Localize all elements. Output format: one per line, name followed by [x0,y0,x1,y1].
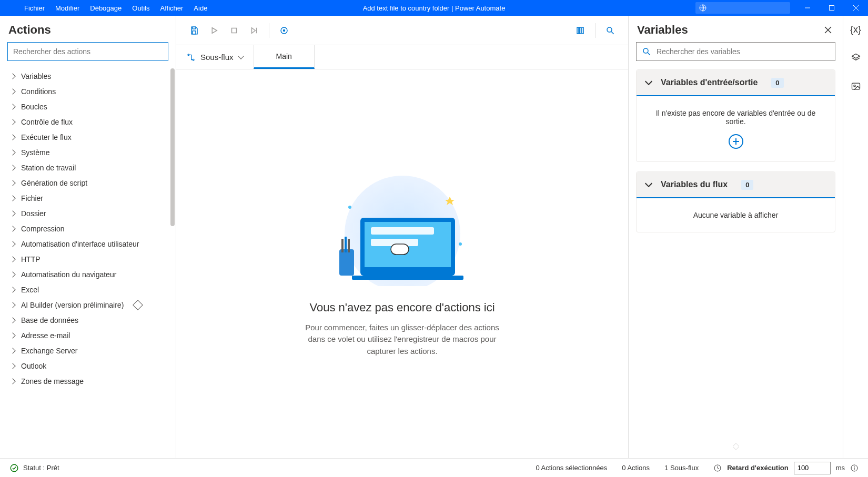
status-subflows: 1 Sous-flux [664,464,699,472]
action-category-label: Variables [21,72,51,80]
menu-help[interactable]: Aide [189,2,211,14]
svg-line-36 [648,53,650,55]
actions-list[interactable]: VariablesConditionsBouclesContrôle de fl… [0,66,176,458]
account-area[interactable] [695,2,790,14]
images-rail-button[interactable] [847,78,864,95]
svg-point-12 [283,29,286,32]
flow-canvas[interactable]: Vous n'avez pas encore d'actions ici Pou… [176,69,628,458]
ui-elements-rail-button[interactable] [847,49,864,66]
svg-rect-2 [830,6,834,11]
svg-point-42 [853,85,855,87]
search-actions-field[interactable] [13,47,163,56]
svg-marker-40 [852,54,860,58]
resize-handle-icon[interactable] [732,442,740,453]
svg-rect-5 [193,27,196,29]
search-variables-field[interactable] [657,47,830,56]
next-step-button[interactable] [245,21,264,40]
svg-point-16 [607,27,612,32]
svg-point-31 [459,242,462,246]
subflows-dropdown[interactable]: Sous-flux [176,45,254,69]
delay-input[interactable] [794,462,831,474]
menu-file[interactable]: Fichier [20,2,49,14]
chevron-right-icon [9,363,15,369]
io-variables-empty-text: Il n'existe pas encore de variables d'en… [646,109,825,126]
menu-view[interactable]: Afficher [156,2,188,14]
action-category[interactable]: Conditions [0,84,176,99]
svg-rect-26 [339,249,354,276]
designer-area: Sous-flux Main [176,16,628,458]
action-category[interactable]: Système [0,145,176,160]
svg-point-43 [11,464,18,472]
action-category-label: Système [21,148,49,157]
action-category[interactable]: Génération de script [0,175,176,190]
recorder-button[interactable] [275,21,294,40]
search-variables-input[interactable] [636,42,835,61]
save-button[interactable] [185,21,204,40]
action-category[interactable]: Variables [0,68,176,84]
ui-elements-button[interactable] [571,21,590,40]
search-flow-button[interactable] [601,21,620,40]
scrollbar[interactable] [170,68,175,226]
action-category[interactable]: Compression [0,221,176,236]
status-selected: 0 Actions sélectionnées [536,464,607,472]
action-category[interactable]: Automatisation d'interface utilisateur [0,236,176,251]
chevron-right-icon [9,241,15,247]
minimize-button[interactable] [795,0,820,16]
menu-edit[interactable]: Modifier [51,2,84,14]
svg-point-47 [854,466,855,466]
action-category[interactable]: Boucles [0,99,176,114]
close-variables-button[interactable] [822,24,834,36]
action-category[interactable]: HTTP [0,251,176,267]
action-category[interactable]: Station de travail [0,160,176,175]
chevron-right-icon [9,287,15,292]
svg-rect-29 [348,239,350,252]
action-category[interactable]: Excel [0,282,176,297]
action-category[interactable]: Adresse e-mail [0,328,176,343]
delay-label: Retard d'exécution [727,464,789,472]
statusbar: Statut : Prêt 0 Actions sélectionnées 0 … [0,458,868,477]
search-actions-input[interactable] [7,42,168,61]
io-variables-header[interactable]: Variables d'entrée/sortie 0 [637,70,835,96]
menu-tools[interactable]: Outils [128,2,154,14]
variables-rail-button[interactable]: {x} [847,21,864,38]
action-category[interactable]: Zones de message [0,373,176,389]
maximize-button[interactable] [820,0,844,16]
chevron-right-icon [9,88,15,94]
action-category[interactable]: Contrôle de flux [0,114,176,129]
action-category[interactable]: Outlook [0,358,176,373]
svg-rect-14 [580,27,581,34]
action-category[interactable]: AI Builder (version préliminaire) [0,297,176,312]
menu-debug[interactable]: Débogage [86,2,126,14]
action-category[interactable]: Exchange Server [0,343,176,358]
action-category[interactable]: Base de données [0,312,176,328]
tab-main[interactable]: Main [254,45,315,69]
run-button[interactable] [205,21,224,40]
action-category[interactable]: Automatisation du navigateur [0,267,176,282]
flow-variables-header[interactable]: Variables du flux 0 [637,172,835,198]
actions-pane: Actions VariablesConditionsBouclesContrô… [0,16,176,458]
action-category-label: Boucles [21,103,47,111]
chevron-right-icon [9,119,15,125]
chevron-right-icon [9,256,15,262]
svg-rect-27 [341,239,344,252]
action-category[interactable]: Fichier [0,190,176,206]
svg-rect-8 [232,28,237,33]
chevron-down-icon [645,180,652,187]
action-category-label: Automatisation du navigateur [21,270,116,279]
toolbar [176,16,628,45]
action-category-label: HTTP [21,255,41,263]
close-button[interactable] [844,0,868,16]
svg-rect-23 [371,227,434,235]
add-io-variable-button[interactable] [729,134,743,149]
info-icon[interactable] [850,464,859,472]
action-category-label: AI Builder (version préliminaire) [21,301,124,309]
action-category[interactable]: Exécuter le flux [0,129,176,145]
action-category[interactable]: Dossier [0,206,176,221]
action-category-label: Adresse e-mail [21,331,70,340]
clock-icon [713,464,722,472]
action-category-label: Station de travail [21,164,76,172]
stop-button[interactable] [225,21,244,40]
subflows-label: Sous-flux [200,53,234,62]
chevron-right-icon [9,180,15,186]
chevron-right-icon [9,165,15,170]
